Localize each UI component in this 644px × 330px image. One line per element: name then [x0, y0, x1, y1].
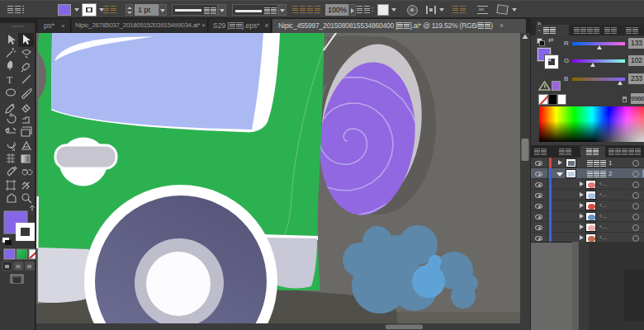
- svg-text:T: T: [7, 74, 13, 86]
